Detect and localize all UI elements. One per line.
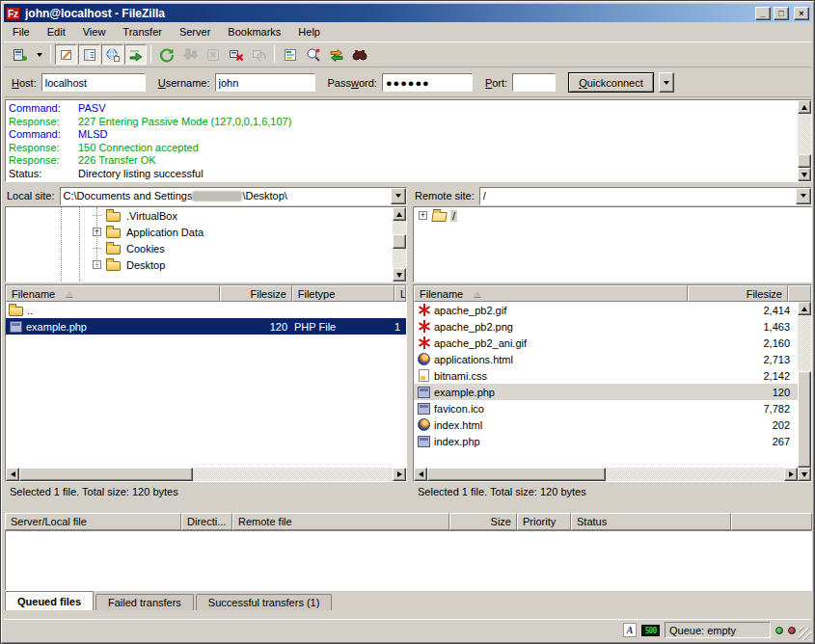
- refresh-button[interactable]: [155, 44, 177, 65]
- scroll-up-button[interactable]: [798, 100, 811, 114]
- column-header-filesize[interactable]: Filesize: [688, 285, 788, 302]
- password-input[interactable]: [382, 73, 473, 92]
- remote-site-combobox[interactable]: /: [479, 187, 812, 205]
- site-manager-dropdown-button[interactable]: [32, 44, 46, 65]
- local-file-list: Filename Filesize Filetype L .. example.…: [5, 284, 407, 482]
- scroll-down-button[interactable]: [798, 168, 811, 181]
- tree-item-root[interactable]: + /: [414, 207, 811, 224]
- menu-server[interactable]: Server: [171, 23, 219, 40]
- column-header-status[interactable]: Status: [571, 513, 731, 530]
- tree-item-virtualbox[interactable]: .VirtualBox: [6, 207, 393, 224]
- menu-bookmarks[interactable]: Bookmarks: [219, 23, 289, 40]
- process-queue-button[interactable]: [178, 44, 201, 65]
- filter-button[interactable]: [279, 44, 301, 65]
- local-site-dropdown-button[interactable]: [391, 188, 406, 204]
- file-row[interactable]: favicon.ico 7,782: [414, 400, 798, 416]
- column-header-filesize[interactable]: Filesize: [220, 285, 291, 302]
- toggle-message-log-button[interactable]: [55, 44, 77, 65]
- file-row[interactable]: index.html 202: [414, 416, 798, 433]
- menu-file[interactable]: File: [4, 23, 39, 40]
- title-bar[interactable]: Fz john@localhost - FileZilla _ □ ×: [4, 4, 811, 22]
- tree-guide: [96, 207, 97, 267]
- expand-icon[interactable]: +: [419, 211, 427, 220]
- quickconnect-button[interactable]: Quickconnect: [568, 72, 654, 93]
- file-row[interactable]: apache_pb2.png 1,463: [414, 318, 798, 335]
- log-scrollbar[interactable]: [798, 100, 811, 181]
- disconnect-button[interactable]: [225, 44, 247, 65]
- local-site-combobox[interactable]: C:\Documents and Settings\Desktop\: [60, 187, 407, 205]
- remote-site-dropdown-button[interactable]: [796, 188, 811, 204]
- filezilla-window: Fz john@localhost - FileZilla _ □ × File…: [0, 0, 815, 644]
- local-list-hscrollbar[interactable]: [6, 468, 406, 481]
- tree-item-application-data[interactable]: + Application Data: [6, 224, 393, 240]
- scroll-right-button[interactable]: [784, 468, 798, 481]
- cancel-operation-button[interactable]: [202, 44, 224, 65]
- menu-view[interactable]: View: [74, 23, 115, 40]
- host-input[interactable]: [41, 73, 146, 92]
- file-row[interactable]: apache_pb2.gif 2,414: [414, 302, 798, 318]
- tab-failed-transfers[interactable]: Failed transfers: [95, 594, 194, 610]
- scrollbar-thumb[interactable]: [798, 154, 811, 168]
- remote-list-vscrollbar[interactable]: [798, 302, 811, 481]
- arrow-up-icon: [396, 209, 402, 217]
- tab-successful-transfers[interactable]: Successful transfers (1): [196, 594, 333, 610]
- synchronized-browsing-icon: [329, 47, 344, 63]
- scroll-left-button[interactable]: [6, 468, 19, 481]
- synchronized-browsing-button[interactable]: [325, 44, 347, 65]
- scrollbar-thumb[interactable]: [427, 468, 606, 481]
- resize-grip[interactable]: [799, 628, 811, 640]
- file-row[interactable]: applications.html 2,713: [414, 351, 798, 367]
- column-header-filename[interactable]: Filename: [414, 285, 688, 302]
- file-row-example-php[interactable]: example.php 120: [414, 384, 798, 400]
- scroll-down-button[interactable]: [798, 468, 811, 481]
- tree-item-desktop[interactable]: - Desktop: [6, 256, 393, 273]
- column-header-remote-file[interactable]: Remote file: [232, 513, 449, 530]
- scroll-up-button[interactable]: [798, 302, 811, 315]
- log-entry: Response:150 Connection accepted: [9, 142, 795, 155]
- maximize-button[interactable]: □: [774, 7, 789, 20]
- toggle-remote-tree-button[interactable]: [101, 44, 123, 65]
- quickconnect-dropdown-button[interactable]: [659, 72, 674, 93]
- scroll-left-button[interactable]: [414, 468, 427, 481]
- menu-help[interactable]: Help: [289, 23, 329, 40]
- transfer-type-ascii-icon[interactable]: A: [623, 623, 637, 637]
- horizontal-splitter[interactable]: [5, 501, 812, 513]
- scroll-down-button[interactable]: [393, 268, 406, 282]
- speed-limits-icon[interactable]: [641, 625, 660, 636]
- find-files-button[interactable]: [348, 44, 370, 65]
- username-input[interactable]: [215, 73, 315, 92]
- tree-item-cookies[interactable]: Cookies: [6, 240, 393, 256]
- reconnect-button[interactable]: [248, 44, 270, 65]
- directory-comparison-button[interactable]: [302, 44, 324, 65]
- column-header-filetype[interactable]: Filetype: [292, 285, 394, 302]
- local-tree-scrollbar[interactable]: [393, 207, 406, 282]
- scrollbar-thumb[interactable]: [393, 234, 406, 249]
- file-row-example-php[interactable]: example.php 120 PHP File 1: [6, 318, 406, 335]
- log-entry: Command:MLSD: [9, 128, 795, 142]
- remote-list-hscrollbar[interactable]: [414, 468, 798, 481]
- scrollbar-thumb[interactable]: [19, 468, 193, 481]
- column-header-priority[interactable]: Priority: [517, 513, 571, 530]
- scrollbar-thumb[interactable]: [798, 371, 811, 468]
- column-header-size[interactable]: Size: [449, 513, 517, 530]
- file-row[interactable]: apache_pb2_ani.gif 2,160: [414, 335, 798, 351]
- file-row-parent-dir[interactable]: ..: [6, 302, 406, 318]
- menu-transfer[interactable]: Transfer: [114, 23, 171, 40]
- file-row[interactable]: bitnami.css 2,142: [414, 367, 798, 384]
- minimize-button[interactable]: _: [755, 7, 771, 20]
- column-header-server-local-file[interactable]: Server/Local file: [5, 513, 181, 530]
- scroll-up-button[interactable]: [393, 207, 406, 221]
- port-input[interactable]: [512, 73, 556, 92]
- menu-edit[interactable]: Edit: [39, 23, 74, 40]
- column-header-direction[interactable]: Directi...: [181, 513, 232, 530]
- scroll-right-button[interactable]: [393, 468, 406, 481]
- close-button[interactable]: ×: [794, 7, 809, 20]
- toggle-local-tree-button[interactable]: [78, 44, 100, 65]
- toggle-transfer-queue-button[interactable]: [124, 44, 147, 65]
- column-header-filename[interactable]: Filename: [6, 285, 220, 302]
- column-header-last-modified[interactable]: L: [394, 285, 406, 302]
- toolbar: [4, 41, 811, 67]
- file-row[interactable]: index.php 267: [414, 433, 798, 449]
- tab-queued-files[interactable]: Queued files: [5, 591, 94, 610]
- site-manager-button[interactable]: [9, 44, 31, 65]
